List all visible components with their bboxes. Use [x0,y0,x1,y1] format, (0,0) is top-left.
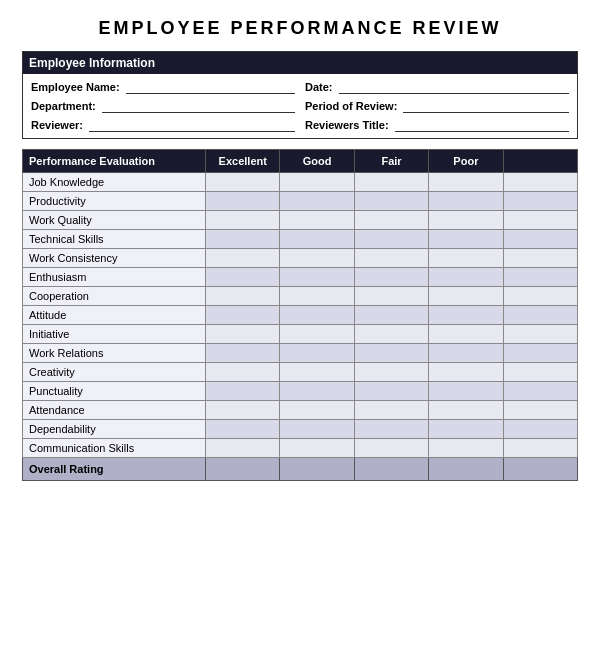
row-0-extra[interactable] [503,173,577,192]
row-label-1: Productivity [23,192,206,211]
row-4-poor[interactable] [429,249,503,268]
row-1-good[interactable] [280,192,354,211]
date-label: Date: [305,81,333,93]
row-label-4: Work Consistency [23,249,206,268]
row-10-excellent[interactable] [206,363,280,382]
row-7-good[interactable] [280,306,354,325]
employee-info-section: Employee Information Employee Name: Depa… [22,51,578,139]
department-field[interactable] [102,99,295,113]
row-8-poor[interactable] [429,325,503,344]
reviewer-label: Reviewer: [31,119,83,131]
overall-good[interactable] [280,458,354,481]
row-9-extra[interactable] [503,344,577,363]
row-9-good[interactable] [280,344,354,363]
overall-fair[interactable] [354,458,428,481]
row-5-excellent[interactable] [206,268,280,287]
row-13-extra[interactable] [503,420,577,439]
row-0-good[interactable] [280,173,354,192]
col-header-poor: Poor [429,150,503,173]
period-label: Period of Review: [305,100,397,112]
row-7-excellent[interactable] [206,306,280,325]
row-10-poor[interactable] [429,363,503,382]
row-14-good[interactable] [280,439,354,458]
row-14-poor[interactable] [429,439,503,458]
overall-extra [503,458,577,481]
row-8-fair[interactable] [354,325,428,344]
row-12-excellent[interactable] [206,401,280,420]
row-1-extra[interactable] [503,192,577,211]
row-12-fair[interactable] [354,401,428,420]
row-0-excellent[interactable] [206,173,280,192]
row-2-excellent[interactable] [206,211,280,230]
row-2-good[interactable] [280,211,354,230]
row-5-poor[interactable] [429,268,503,287]
row-10-fair[interactable] [354,363,428,382]
row-12-poor[interactable] [429,401,503,420]
row-13-fair[interactable] [354,420,428,439]
row-label-6: Cooperation [23,287,206,306]
row-6-extra[interactable] [503,287,577,306]
row-0-fair[interactable] [354,173,428,192]
col-header-excellent: Excellent [206,150,280,173]
row-0-poor[interactable] [429,173,503,192]
date-field[interactable] [339,80,569,94]
row-11-excellent[interactable] [206,382,280,401]
row-5-good[interactable] [280,268,354,287]
row-5-extra[interactable] [503,268,577,287]
row-label-8: Initiative [23,325,206,344]
row-2-poor[interactable] [429,211,503,230]
row-1-poor[interactable] [429,192,503,211]
row-13-excellent[interactable] [206,420,280,439]
reviewer-field[interactable] [89,118,295,132]
row-8-extra[interactable] [503,325,577,344]
row-12-good[interactable] [280,401,354,420]
row-3-fair[interactable] [354,230,428,249]
overall-poor[interactable] [429,458,503,481]
row-3-good[interactable] [280,230,354,249]
row-9-poor[interactable] [429,344,503,363]
row-5-fair[interactable] [354,268,428,287]
row-2-fair[interactable] [354,211,428,230]
row-11-extra[interactable] [503,382,577,401]
row-8-excellent[interactable] [206,325,280,344]
row-14-excellent[interactable] [206,439,280,458]
row-13-poor[interactable] [429,420,503,439]
row-4-excellent[interactable] [206,249,280,268]
row-11-poor[interactable] [429,382,503,401]
row-9-excellent[interactable] [206,344,280,363]
row-6-fair[interactable] [354,287,428,306]
row-10-good[interactable] [280,363,354,382]
row-4-fair[interactable] [354,249,428,268]
row-1-excellent[interactable] [206,192,280,211]
row-7-fair[interactable] [354,306,428,325]
row-7-poor[interactable] [429,306,503,325]
row-11-fair[interactable] [354,382,428,401]
row-label-10: Creativity [23,363,206,382]
row-label-7: Attitude [23,306,206,325]
row-10-extra[interactable] [503,363,577,382]
overall-excellent[interactable] [206,458,280,481]
overall-rating-label: Overall Rating [23,458,206,481]
row-6-poor[interactable] [429,287,503,306]
row-14-fair[interactable] [354,439,428,458]
row-13-good[interactable] [280,420,354,439]
row-6-excellent[interactable] [206,287,280,306]
row-12-extra[interactable] [503,401,577,420]
row-3-excellent[interactable] [206,230,280,249]
row-6-good[interactable] [280,287,354,306]
row-7-extra[interactable] [503,306,577,325]
row-4-extra[interactable] [503,249,577,268]
employee-name-field[interactable] [126,80,295,94]
row-8-good[interactable] [280,325,354,344]
reviewers-title-label: Reviewers Title: [305,119,389,131]
row-2-extra[interactable] [503,211,577,230]
row-11-good[interactable] [280,382,354,401]
row-14-extra[interactable] [503,439,577,458]
reviewers-title-field[interactable] [395,118,569,132]
row-9-fair[interactable] [354,344,428,363]
row-3-extra[interactable] [503,230,577,249]
row-3-poor[interactable] [429,230,503,249]
row-1-fair[interactable] [354,192,428,211]
row-4-good[interactable] [280,249,354,268]
period-field[interactable] [403,99,569,113]
